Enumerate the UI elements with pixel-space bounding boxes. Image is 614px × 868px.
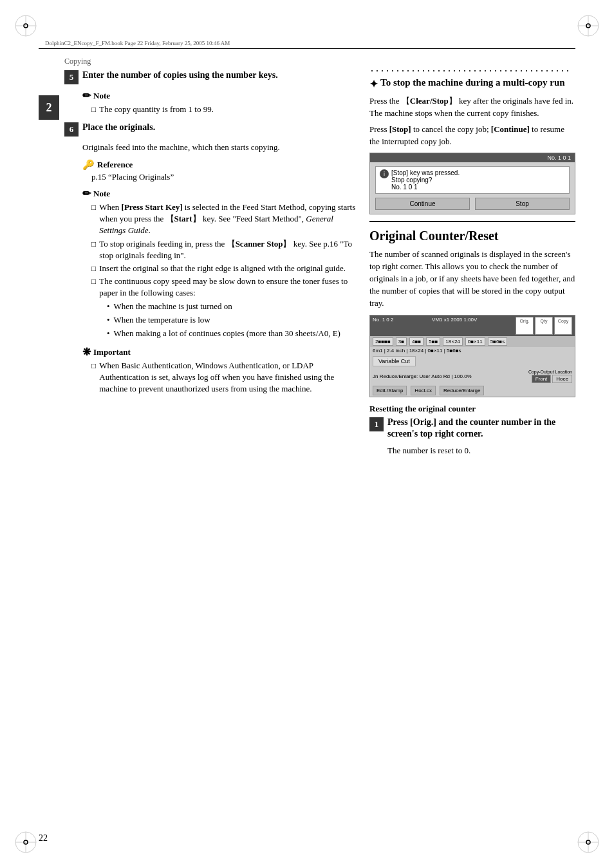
screen-2-mid: Variable Cut: [370, 354, 575, 368]
bullet-item-1: When the temperature is low: [100, 314, 357, 326]
chapter-tab: 2: [39, 95, 59, 120]
reset-step-1-title: Press [Orig.] and the counter number in …: [387, 417, 575, 440]
edit-stamp-btn[interactable]: Edit./Stamp: [373, 386, 407, 395]
note-item-2-3: The continuous copy speed may be slow do…: [91, 276, 357, 299]
screen-1-body: i [Stop] key was pressed. Stop copying? …: [370, 162, 575, 214]
note-item-1-0: The copy quantity is from 1 to 99.: [91, 104, 357, 115]
loc-btn-front[interactable]: Front: [532, 375, 552, 383]
screen-1-top-label: No. 1 0 1: [547, 155, 571, 161]
note-items-2: When [Press Start Key] is selected in th…: [82, 202, 357, 299]
note-item-2-1: To stop originals feeding in, press the …: [91, 238, 357, 261]
dotted-header: [369, 70, 575, 72]
note-icon-1: ✏: [82, 90, 91, 102]
original-counter-heading: Original Counter/Reset: [369, 229, 575, 243]
bullet-item-2: When making a lot of continues copies (m…: [100, 328, 357, 339]
page-number: 22: [39, 833, 48, 844]
reg-bar-text: DolphinC2_ENcopy_F_FM.book Page 22 Frida…: [45, 40, 230, 46]
screen-2-topbar: No. 1 0 2 VM1 x1 2005 1:00V Orig. 1 Qty …: [370, 316, 575, 336]
step-6-body: Originals feed into the machine, which t…: [64, 142, 357, 395]
note-header-1: ✏ Note: [82, 90, 357, 102]
important-section: ❋ Important When Basic Authentication, W…: [82, 346, 357, 395]
counter-orig: Orig. 1: [516, 317, 534, 335]
loc-btn-hoce[interactable]: Hoce: [552, 375, 572, 383]
step-5-number: 5: [64, 70, 79, 84]
important-item-0: When Basic Authentication, Windows Authe…: [91, 360, 357, 395]
copy-output-location: Copy-Output Location Front Hoce: [528, 370, 572, 383]
original-counter-body: The number of scanned originals is displ…: [369, 249, 575, 309]
step-5: 5 Enter the number of copies using the n…: [64, 70, 357, 84]
screen-2-top-label: No. 1 0 2: [373, 317, 393, 335]
note-section-1: ✏ Note The copy quantity is from 1 to 99…: [64, 90, 357, 115]
stop-section-title: ✦ To stop the machine during a multi-cop…: [369, 77, 575, 90]
screen-1-msg-box: i [Stop] key was pressed. Stop copying? …: [375, 166, 570, 194]
screen-2-top-date: VM1 x1 2005 1:00V: [432, 317, 477, 335]
variable-cut-btn[interactable]: Variable Cut: [373, 356, 416, 366]
step-6-body-text: Originals feed into the machine, which t…: [82, 142, 357, 154]
step-6-title: Place the originals.: [82, 122, 155, 133]
note-icon-2: ✏: [82, 187, 91, 200]
dots-line: [369, 70, 570, 72]
bullet-item-0: When the machine is just turned on: [100, 301, 357, 312]
screen-mock-2: No. 1 0 2 VM1 x1 2005 1:00V Orig. 1 Qty …: [369, 315, 575, 397]
screen-2-row-label: 6m1 | 2.4 inch | 18×24 | 0■×11 | 5■6■s: [370, 347, 575, 354]
screen-1-topbar: No. 1 0 1: [370, 153, 575, 162]
zoom-text: Jn Reduce/Enlarge: User Auto Rd | 100.0%: [373, 373, 472, 379]
note-section-2: ✏ Note When [Press Start Key] is selecte…: [82, 187, 357, 339]
note-item-2-2: Insert the original so that the right ed…: [91, 263, 357, 274]
stop-body-2: Press [Stop] to cancel the copy job; [Co…: [369, 124, 575, 148]
corner-mark-br: [575, 829, 601, 855]
reset-step-1: 1 Press [Orig.] and the counter number i…: [369, 417, 575, 440]
two-column-layout: 5 Enter the number of copies using the n…: [64, 70, 575, 461]
corner-mark-bl: [13, 829, 39, 855]
resetting-subheading: Resetting the original counter: [369, 404, 575, 414]
screen-2-counters: Orig. 1 Qty 3 Copy 3: [516, 317, 572, 335]
sun-icon: ✦: [369, 78, 378, 90]
main-content: 5 Enter the number of copies using the n…: [64, 70, 575, 829]
note-item-2-0: When [Press Start Key] is selected in th…: [91, 202, 357, 237]
right-column: ✦ To stop the machine during a multi-cop…: [369, 70, 575, 461]
stop-body-1: Press the 【Clear/Stop】 key after the ori…: [369, 95, 575, 120]
ref-header: 🔑 Reference: [82, 159, 357, 171]
ref-text: p.15 “Placing Originals”: [82, 172, 357, 182]
reset-step-1-body: The number is reset to 0.: [369, 445, 575, 457]
note-header-2: ✏ Note: [82, 187, 357, 200]
corner-mark-tl: [13, 13, 39, 39]
registration-bar: DolphinC2_ENcopy_F_FM.book Page 22 Frida…: [39, 37, 575, 49]
screen-2-zoom-row: Jn Reduce/Enlarge: User Auto Rd | 100.0%…: [370, 368, 575, 384]
screen-1-btn-row: Continue Stop: [375, 198, 570, 210]
screen-2-bottom-row: Edit./Stamp Hoct.cx Reduce/Enlarge: [370, 384, 575, 397]
screen-1-info-icon: i: [380, 169, 389, 178]
screen-1-continue-btn[interactable]: Continue: [375, 198, 470, 210]
screen-1-stop-btn[interactable]: Stop: [475, 198, 570, 210]
reset-body-text: The number is reset to 0.: [387, 445, 575, 457]
reduce-enlarge-btn[interactable]: Reduce/Enlarge: [440, 386, 484, 395]
screen-2-row: 2■■■■ 3■ 4■■ 5■■ 18×24 0■×11 5■6■s: [370, 336, 575, 347]
important-header: ❋ Important: [82, 346, 357, 358]
screen-1-msg-text: [Stop] key was pressed. Stop copying? No…: [391, 169, 460, 191]
important-items: When Basic Authentication, Windows Authe…: [82, 360, 357, 395]
step-5-title: Enter the number of copies using the num…: [82, 70, 278, 81]
reference-section: 🔑 Reference p.15 “Placing Originals”: [82, 159, 357, 182]
counter-copy: Copy 3: [554, 317, 572, 335]
ref-icon: 🔑: [82, 159, 95, 171]
step-6: 6 Place the originals.: [64, 122, 357, 137]
corner-mark-tr: [575, 13, 601, 39]
important-icon: ❋: [82, 346, 91, 358]
step-6-number: 6: [64, 122, 79, 137]
screen-mock-1: No. 1 0 1 i [Stop] key was pressed. Stop…: [369, 153, 575, 214]
divider-line: [369, 221, 575, 222]
bullet-list: When the machine is just turned on When …: [82, 301, 357, 340]
reset-step-1-number: 1: [369, 417, 384, 431]
hoct-btn[interactable]: Hoct.cx: [411, 386, 436, 395]
left-column: 5 Enter the number of copies using the n…: [64, 70, 357, 461]
counter-qty: Qty 3: [535, 317, 553, 335]
note-items-1: The copy quantity is from 1 to 99.: [82, 104, 357, 115]
section-label: Copying: [64, 57, 91, 66]
